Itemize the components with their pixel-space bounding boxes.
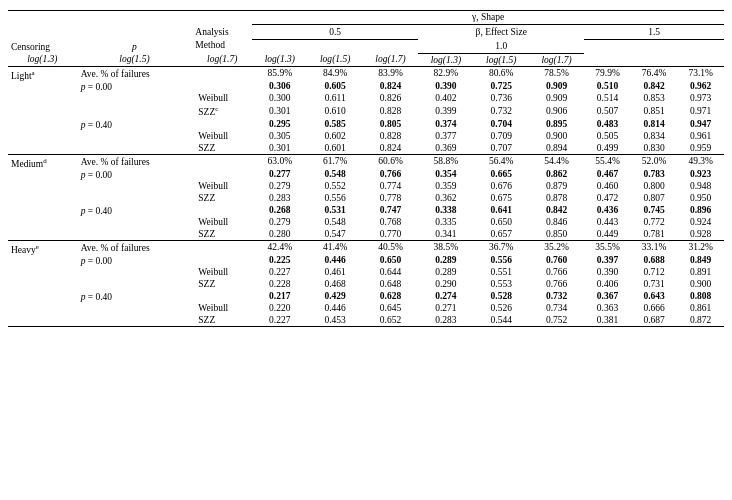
value-cell: 0.227: [252, 314, 307, 327]
value-cell: 0.824: [363, 80, 418, 92]
value-cell: 0.362: [418, 192, 473, 204]
value-cell: 0.354: [418, 168, 473, 180]
value-cell: 0.279: [252, 216, 307, 228]
value-cell: 0.468: [307, 278, 362, 290]
value-cell: 83.9%: [363, 66, 418, 80]
value-cell: 0.220: [252, 302, 307, 314]
p-cell: p = 0.00: [77, 168, 193, 204]
value-cell: 0.861: [677, 302, 724, 314]
value-cell: 0.551: [474, 266, 529, 278]
value-cell: 0.390: [418, 80, 473, 92]
value-cell: 84.9%: [307, 66, 362, 80]
method-cell: [192, 168, 252, 180]
value-cell: 0.688: [631, 254, 678, 266]
value-cell: 0.289: [418, 254, 473, 266]
value-cell: 0.734: [529, 302, 584, 314]
value-cell: 0.341: [418, 228, 473, 241]
value-cell: 0.760: [529, 254, 584, 266]
value-cell: 0.770: [363, 228, 418, 241]
value-cell: 0.778: [363, 192, 418, 204]
value-cell: 85.9%: [252, 66, 307, 80]
value-cell: 0.948: [677, 180, 724, 192]
censoring-cell: Lighta: [8, 66, 77, 154]
value-cell: 0.781: [631, 228, 678, 241]
value-cell: 0.783: [631, 168, 678, 180]
value-cell: 0.709: [474, 130, 529, 142]
value-cell: 0.830: [631, 142, 678, 155]
value-cell: 0.483: [584, 118, 631, 130]
value-cell: 0.390: [584, 266, 631, 278]
value-cell: 0.657: [474, 228, 529, 241]
value-cell: 0.374: [418, 118, 473, 130]
value-cell: 0.971: [677, 104, 724, 118]
value-cell: 0.894: [529, 142, 584, 155]
value-cell: 0.732: [474, 104, 529, 118]
value-cell: 0.556: [307, 192, 362, 204]
value-cell: 0.766: [529, 278, 584, 290]
value-cell: 0.725: [474, 80, 529, 92]
method-cell: Weibull: [192, 180, 252, 192]
value-cell: 0.807: [631, 192, 678, 204]
value-cell: 0.973: [677, 92, 724, 104]
value-cell: 35.2%: [529, 240, 584, 254]
value-cell: 0.676: [474, 180, 529, 192]
p-cell: p = 0.40: [77, 118, 193, 155]
value-cell: 60.6%: [363, 154, 418, 168]
value-cell: 0.650: [474, 216, 529, 228]
value-cell: 0.959: [677, 142, 724, 155]
value-cell: 0.602: [307, 130, 362, 142]
value-cell: 56.4%: [474, 154, 529, 168]
value-cell: 0.505: [584, 130, 631, 142]
p-cell: p = 0.40: [77, 204, 193, 241]
value-cell: 0.851: [631, 104, 678, 118]
value-cell: 0.499: [584, 142, 631, 155]
value-cell: 0.472: [584, 192, 631, 204]
value-cell: 0.611: [307, 92, 362, 104]
value-cell: 79.9%: [584, 66, 631, 80]
value-cell: 0.446: [307, 302, 362, 314]
value-cell: 0.895: [529, 118, 584, 130]
censoring-cell: Mediumd: [8, 154, 77, 240]
value-cell: 0.900: [677, 278, 724, 290]
value-cell: 0.641: [474, 204, 529, 216]
value-cell: 0.878: [529, 192, 584, 204]
value-cell: 0.814: [631, 118, 678, 130]
value-cell: 0.891: [677, 266, 724, 278]
method-cell: [192, 66, 252, 80]
method-cell: [192, 80, 252, 92]
method-cell: SZZ: [192, 314, 252, 327]
value-cell: 0.675: [474, 192, 529, 204]
value-cell: 0.460: [584, 180, 631, 192]
value-cell: 0.300: [252, 92, 307, 104]
value-cell: 0.305: [252, 130, 307, 142]
method-cell: [192, 204, 252, 216]
value-cell: 0.279: [252, 180, 307, 192]
value-cell: 0.531: [307, 204, 362, 216]
value-cell: 0.842: [529, 204, 584, 216]
value-cell: 0.900: [529, 130, 584, 142]
value-cell: 0.280: [252, 228, 307, 241]
method-cell: [192, 154, 252, 168]
value-cell: 36.7%: [474, 240, 529, 254]
p-cell: p = 0.40: [77, 290, 193, 327]
value-cell: 0.950: [677, 192, 724, 204]
value-cell: 0.766: [529, 266, 584, 278]
value-cell: 0.909: [529, 80, 584, 92]
value-cell: 63.0%: [252, 154, 307, 168]
value-cell: 0.643: [631, 290, 678, 302]
value-cell: 78.5%: [529, 66, 584, 80]
value-cell: 0.363: [584, 302, 631, 314]
value-cell: 0.526: [474, 302, 529, 314]
value-cell: 0.645: [363, 302, 418, 314]
value-cell: 0.402: [418, 92, 473, 104]
value-cell: 0.644: [363, 266, 418, 278]
value-cell: 0.377: [418, 130, 473, 142]
value-cell: 0.800: [631, 180, 678, 192]
value-cell: 0.547: [307, 228, 362, 241]
value-cell: 0.805: [363, 118, 418, 130]
value-cell: 42.4%: [252, 240, 307, 254]
method-cell: SZZ: [192, 142, 252, 155]
value-cell: 54.4%: [529, 154, 584, 168]
value-cell: 0.397: [584, 254, 631, 266]
value-cell: 0.601: [307, 142, 362, 155]
